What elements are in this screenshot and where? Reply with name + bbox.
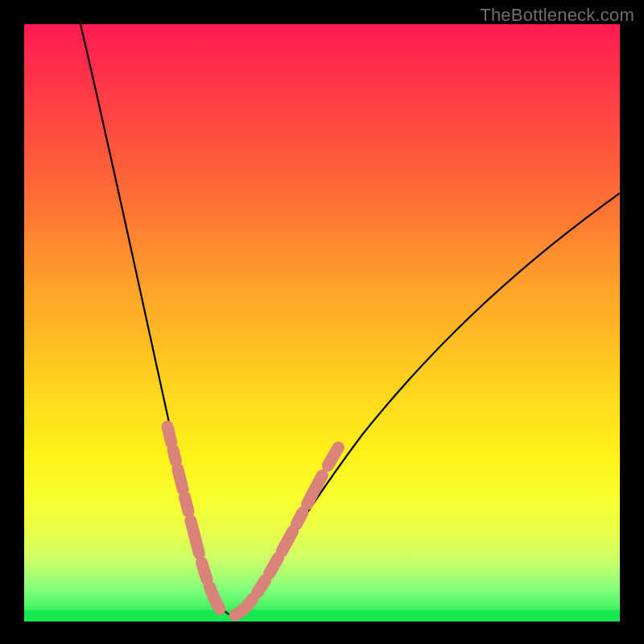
curve-beads-left [167,427,235,616]
chart-plot-area [24,24,620,621]
watermark-text: TheBottleneck.com [480,5,634,26]
curve-beads-right [235,431,348,615]
chart-frame: TheBottleneck.com [0,0,644,644]
chart-curve [24,24,620,621]
curve-path [80,24,620,615]
